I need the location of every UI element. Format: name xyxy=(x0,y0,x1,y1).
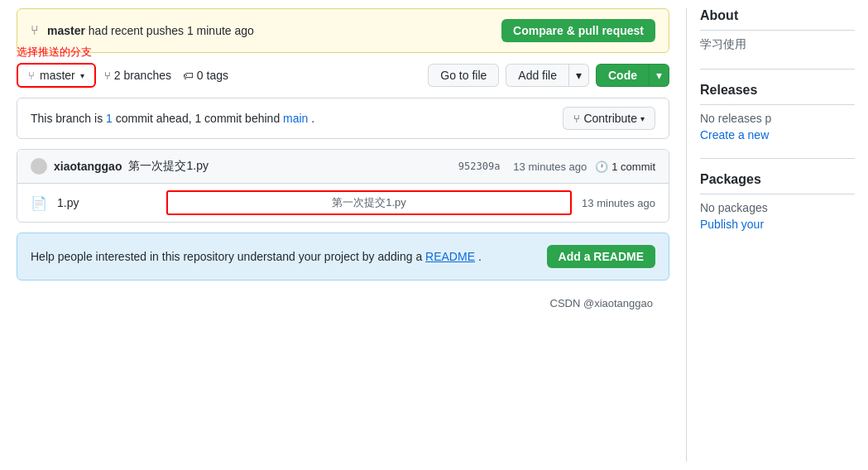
ahead-count-link[interactable]: 1 xyxy=(106,112,113,125)
branch-actions: Go to file Add file ▾ Code ▾ xyxy=(428,64,669,87)
annotation-label: 选择推送的分支 xyxy=(17,45,92,60)
footer-watermark: CSDN @xiaotanggao xyxy=(17,297,669,318)
add-file-split-button: Add file ▾ xyxy=(506,64,589,87)
push-bar-message-suffix: had recent pushes 1 minute ago xyxy=(85,24,254,37)
file-table: xiaotanggao 第一次提交1.py 952309a 13 minutes… xyxy=(17,149,669,223)
branch-meta: ⑂ 2 branches 🏷 0 tags xyxy=(104,69,228,82)
readme-link[interactable]: README xyxy=(425,250,475,263)
history-icon: 🕐 xyxy=(595,161,608,173)
main-branch-link[interactable]: main xyxy=(283,112,308,125)
sidebar-releases-title: Releases xyxy=(700,83,855,105)
code-button[interactable]: Code xyxy=(596,64,649,87)
branch-row: 选择推送的分支 ⑂ master ▾ ⑂ 2 branches 🏷 0 tags xyxy=(17,63,669,88)
branches-label: branches xyxy=(123,69,171,82)
chevron-down-icon: ▾ xyxy=(80,71,84,80)
compare-pull-request-button[interactable]: Compare & pull request xyxy=(501,19,655,42)
file-modified-time: 13 minutes ago xyxy=(582,197,655,209)
chevron-down-icon: ▾ xyxy=(576,69,582,82)
push-bar-message: master had recent pushes 1 minute ago xyxy=(47,24,254,37)
code-dropdown[interactable]: ▾ xyxy=(649,64,669,87)
readme-text-suffix: . xyxy=(478,250,482,263)
push-bar-content: ⑂ master had recent pushes 1 minute ago xyxy=(31,23,254,38)
chevron-down-icon: ▾ xyxy=(656,69,662,82)
commit-author: xiaotanggao xyxy=(54,160,122,173)
tags-link[interactable]: 🏷 0 tags xyxy=(183,69,228,82)
tags-label: tags xyxy=(207,69,228,82)
branch-selector-name: master xyxy=(40,69,75,82)
tag-icon: 🏷 xyxy=(183,70,194,82)
add-file-dropdown[interactable]: ▾ xyxy=(568,64,589,87)
sidebar-releases-section: Releases No releases p Create a new xyxy=(700,83,855,141)
publish-package-link[interactable]: Publish your xyxy=(700,218,764,231)
commit-info-prefix: This branch is xyxy=(31,112,106,125)
sidebar-packages-section: Packages No packages Publish your xyxy=(700,172,855,231)
push-bar-branch: master xyxy=(47,24,85,37)
commit-time: 13 minutes ago xyxy=(513,161,587,173)
contribute-button[interactable]: ⑂ Contribute ▾ xyxy=(563,107,655,130)
go-to-file-button[interactable]: Go to file xyxy=(428,64,499,87)
sidebar-divider-2 xyxy=(700,158,855,159)
commit-sha: 952309a xyxy=(458,161,501,172)
add-file-button[interactable]: Add file xyxy=(506,64,568,87)
file-table-header: xiaotanggao 第一次提交1.py 952309a 13 minutes… xyxy=(17,150,669,184)
commit-info-bar: This branch is 1 commit ahead, 1 commit … xyxy=(17,98,669,139)
tags-count: 0 xyxy=(197,69,204,82)
commit-header-right: 952309a 13 minutes ago 🕐 1 commit xyxy=(458,161,655,173)
contribute-label: Contribute xyxy=(583,112,637,125)
file-icon: 📄 xyxy=(31,195,47,211)
commit-count-label: 1 commit xyxy=(611,161,655,173)
file-name-link[interactable]: 1.py xyxy=(57,196,156,209)
author-avatar xyxy=(31,158,47,175)
sidebar-packages-title: Packages xyxy=(700,172,855,194)
branches-count: 2 xyxy=(114,69,121,82)
branch-selector-icon: ⑂ xyxy=(28,70,35,82)
table-row: 📄 1.py 第一次提交1.py 13 minutes ago xyxy=(17,184,669,222)
code-split-button: Code ▾ xyxy=(596,64,669,87)
readme-bar-text: Help people interested in this repositor… xyxy=(31,250,482,263)
file-commit-message: 第一次提交1.py xyxy=(166,190,572,215)
sidebar-packages-text: No packages xyxy=(700,201,855,214)
sidebar-about-section: About 学习使用 xyxy=(700,8,855,52)
add-readme-button[interactable]: Add a README xyxy=(547,245,655,268)
chevron-down-icon: ▾ xyxy=(640,114,645,123)
commit-header-left: xiaotanggao 第一次提交1.py xyxy=(31,158,209,175)
branch-fork-icon: ⑂ xyxy=(104,70,111,82)
sidebar-divider-1 xyxy=(700,69,855,70)
commit-info-period: . xyxy=(311,112,314,125)
sidebar-releases-text: No releases p xyxy=(700,112,855,125)
commit-count: 🕐 1 commit xyxy=(595,161,655,173)
sidebar-about-text: 学习使用 xyxy=(700,37,855,52)
branch-selector[interactable]: ⑂ master ▾ xyxy=(17,63,96,88)
create-new-release-link[interactable]: Create a new xyxy=(700,128,769,141)
branches-link[interactable]: ⑂ 2 branches xyxy=(104,69,171,82)
readme-bar: Help people interested in this repositor… xyxy=(17,233,669,281)
sidebar-about-title: About xyxy=(700,8,855,31)
branch-icon: ⑂ xyxy=(31,23,39,38)
commit-info-text: This branch is 1 commit ahead, 1 commit … xyxy=(31,112,314,125)
commit-message: 第一次提交1.py xyxy=(128,159,208,174)
readme-text-prefix: Help people interested in this repositor… xyxy=(31,250,425,263)
sidebar: About 学习使用 Releases No releases p Create… xyxy=(686,8,868,462)
contribute-icon: ⑂ xyxy=(573,113,580,125)
push-notification-bar: ⑂ master had recent pushes 1 minute ago … xyxy=(17,8,669,53)
commit-info-middle: commit ahead, 1 commit behind xyxy=(116,112,283,125)
